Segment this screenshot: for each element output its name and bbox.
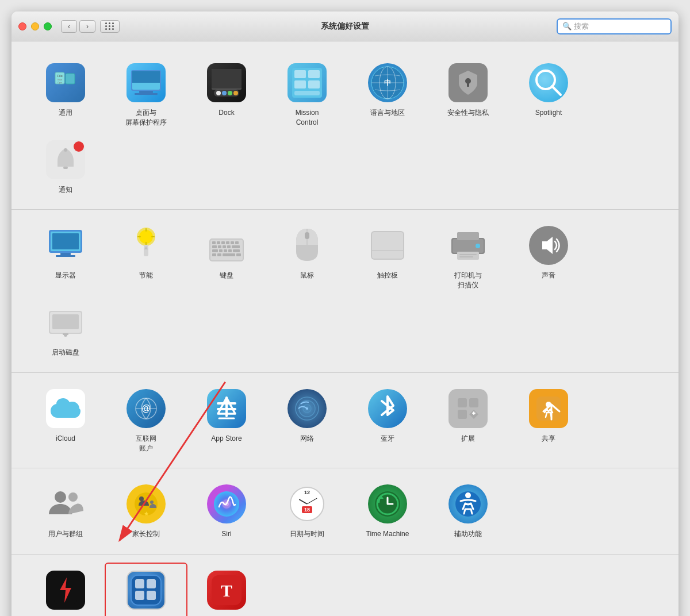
- svg-rect-122: [147, 579, 156, 588]
- pref-extensions[interactable]: 扩展: [428, 382, 508, 459]
- pref-dock[interactable]: Dock: [186, 56, 267, 133]
- svg-rect-11: [212, 69, 241, 88]
- mouse-icon: [294, 228, 320, 263]
- keyboard-icon: [208, 236, 245, 264]
- pref-mouse[interactable]: 鼠标: [267, 219, 347, 296]
- back-button[interactable]: ‹: [61, 20, 77, 33]
- svg-rect-67: [223, 253, 235, 256]
- svg-rect-39: [56, 255, 75, 257]
- close-button[interactable]: [18, 22, 26, 30]
- network-icon: [288, 389, 327, 428]
- display-label: 显示器: [55, 271, 76, 280]
- svg-rect-37: [52, 233, 79, 249]
- nav-buttons: ‹ ›: [61, 20, 95, 33]
- pref-language[interactable]: 中 语言与地区: [347, 56, 428, 133]
- svg-rect-30: [467, 82, 469, 87]
- desktop-label: 桌面与屏幕保护程序: [125, 108, 167, 128]
- pref-notification[interactable]: 通知: [25, 133, 106, 201]
- svg-point-117: [465, 492, 471, 498]
- svg-point-104: [68, 492, 78, 502]
- svg-rect-63: [228, 249, 232, 252]
- pref-general[interactable]: File Now Ope 通用: [25, 56, 106, 133]
- svg-rect-124: [147, 591, 156, 600]
- pref-security[interactable]: 安全性与隐私: [428, 56, 508, 133]
- forward-button[interactable]: ›: [79, 20, 95, 33]
- language-label: 语言与地区: [370, 108, 405, 118]
- pref-internet[interactable]: @ 互联网账户: [106, 382, 186, 459]
- icloud-icon: [46, 389, 85, 428]
- minimize-button[interactable]: [31, 22, 39, 30]
- svg-rect-80: [459, 256, 473, 257]
- internet-icon: @: [126, 389, 166, 428]
- svg-point-16: [233, 91, 238, 95]
- extensions-label: 扩展: [461, 434, 475, 444]
- mission-icon: [288, 63, 327, 102]
- pref-icloud[interactable]: iCloud: [25, 382, 106, 459]
- security-label: 安全性与隐私: [447, 108, 489, 118]
- svg-rect-59: [232, 245, 240, 248]
- pref-display[interactable]: 显示器: [25, 219, 106, 296]
- startup-icon: [47, 307, 85, 337]
- pref-appstore[interactable]: App Store: [186, 382, 267, 459]
- spotlight-label: Spotlight: [535, 108, 562, 118]
- pref-trackpad[interactable]: 触控板: [347, 219, 428, 296]
- svg-point-102: [546, 402, 551, 407]
- svg-text:T: T: [221, 581, 232, 600]
- sharing-label: 共享: [542, 434, 555, 444]
- pref-sound[interactable]: 声音: [508, 219, 589, 296]
- internet-grid: iCloud @: [25, 382, 665, 459]
- pref-datetime[interactable]: 12 18 日期与时间: [267, 478, 347, 545]
- svg-rect-55: [212, 245, 217, 248]
- pref-tuxera[interactable]: T Tuxera NTFS: [186, 564, 267, 616]
- dock-icon: [207, 63, 246, 102]
- pref-parental[interactable]: ⭐ 家长控制: [106, 478, 186, 545]
- spotlight-icon: [529, 63, 568, 102]
- pref-keyboard[interactable]: 键盘: [186, 219, 267, 296]
- network-label: 网络: [300, 434, 314, 444]
- grid-view-button[interactable]: [100, 20, 120, 33]
- svg-point-41: [139, 230, 153, 244]
- svg-point-108: [150, 500, 154, 504]
- hardware-grid: 显示器: [25, 219, 665, 363]
- section-hardware: 显示器: [12, 210, 678, 372]
- display-icon: [46, 226, 85, 265]
- startup-label: 启动磁盘: [52, 348, 79, 357]
- search-bar[interactable]: 🔍 搜索: [557, 18, 672, 34]
- svg-text:File: File: [57, 74, 63, 78]
- svg-text:⭐: ⭐: [144, 511, 149, 516]
- pref-siri[interactable]: Siri: [186, 478, 267, 545]
- maximize-button[interactable]: [44, 22, 52, 30]
- pref-energy[interactable]: 节能: [106, 219, 186, 296]
- pref-flash[interactable]: Flash Player: [25, 564, 106, 616]
- pref-bluetooth[interactable]: 蓝牙: [347, 382, 428, 459]
- svg-rect-72: [372, 232, 403, 259]
- svg-point-78: [476, 244, 480, 248]
- general-label: 通用: [59, 108, 72, 118]
- pref-spotlight[interactable]: Spotlight: [508, 56, 589, 133]
- svg-rect-83: [52, 314, 79, 329]
- pref-timemachine[interactable]: Time Machine: [347, 478, 428, 545]
- svg-rect-51: [221, 241, 225, 244]
- svg-point-13: [216, 91, 221, 95]
- dock-label: Dock: [218, 108, 234, 118]
- parental-label: 家长控制: [132, 529, 160, 539]
- svg-rect-70: [305, 232, 309, 239]
- pref-printer[interactable]: 打印机与扫描仪: [428, 219, 508, 296]
- pref-accessibility[interactable]: 辅助功能: [428, 478, 508, 545]
- pref-ntfs[interactable]: NTFS for Mac: [106, 564, 186, 616]
- svg-point-14: [222, 91, 227, 95]
- pref-desktop[interactable]: 桌面与屏幕保护程序: [106, 56, 186, 133]
- svg-rect-33: [63, 167, 68, 169]
- svg-rect-7: [132, 71, 160, 83]
- pref-network[interactable]: 网络: [267, 382, 347, 459]
- pref-mission[interactable]: MissionControl: [267, 56, 347, 133]
- pref-sharing[interactable]: 共享: [508, 382, 589, 459]
- accessibility-label: 辅助功能: [454, 529, 482, 539]
- siri-label: Siri: [221, 529, 231, 539]
- svg-rect-85: [63, 333, 68, 335]
- pref-users[interactable]: 用户与群组: [25, 478, 106, 545]
- window-title: 系统偏好设置: [321, 21, 369, 32]
- pref-startup[interactable]: 启动磁盘: [25, 296, 106, 363]
- users-icon: [46, 484, 85, 523]
- svg-text:@: @: [141, 403, 151, 413]
